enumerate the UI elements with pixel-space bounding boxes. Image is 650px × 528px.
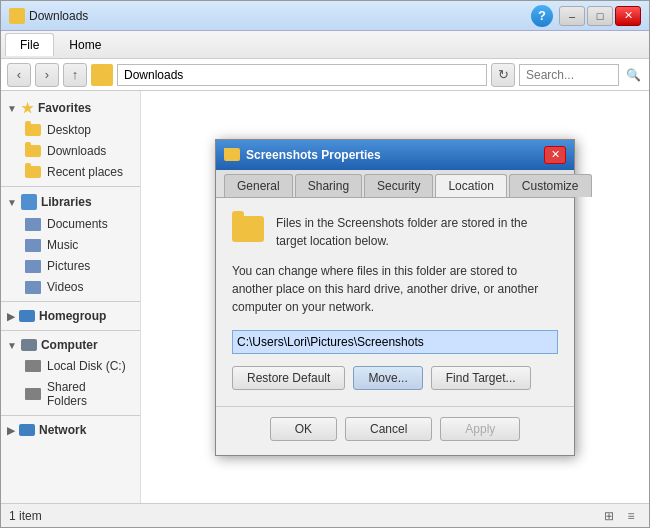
tab-customize[interactable]: Customize bbox=[509, 174, 592, 197]
sidebar-item-desktop[interactable]: Desktop bbox=[5, 120, 136, 140]
tab-sharing[interactable]: Sharing bbox=[295, 174, 362, 197]
list-view-button[interactable]: ≡ bbox=[621, 506, 641, 526]
explorer-window-icon bbox=[9, 8, 25, 24]
explorer-title-text: Downloads bbox=[29, 9, 88, 23]
dialog-header-row: Files in the Screenshots folder are stor… bbox=[232, 214, 558, 250]
network-section: ▶ Network bbox=[1, 420, 140, 440]
favorites-star-icon: ★ bbox=[21, 100, 34, 116]
cancel-button[interactable]: Cancel bbox=[345, 417, 432, 441]
sidebar-item-music[interactable]: Music bbox=[5, 235, 136, 255]
libraries-label: Libraries bbox=[41, 195, 92, 209]
sidebar-item-local-disk-label: Local Disk (C:) bbox=[47, 359, 126, 373]
sidebar-item-shared-folders-label: Shared Folders bbox=[47, 380, 128, 408]
sidebar: ▼ ★ Favorites Desktop Downloads Recent p… bbox=[1, 91, 141, 503]
ribbon-tab-file[interactable]: File bbox=[5, 33, 54, 56]
music-lib-icon bbox=[25, 239, 41, 252]
address-bar: ‹ › ↑ ↻ 🔍 bbox=[1, 59, 649, 91]
maximize-button[interactable]: □ bbox=[587, 6, 613, 26]
dialog-body: Files in the Screenshots folder are stor… bbox=[216, 198, 574, 406]
ribbon-tab-home[interactable]: Home bbox=[54, 33, 116, 56]
sidebar-item-desktop-label: Desktop bbox=[47, 123, 91, 137]
close-button[interactable]: ✕ bbox=[615, 6, 641, 26]
sidebar-item-local-disk[interactable]: Local Disk (C:) bbox=[5, 356, 136, 376]
main-content: ▼ ★ Favorites Desktop Downloads Recent p… bbox=[1, 91, 649, 503]
screenshots-properties-dialog: Screenshots Properties ✕ General Sharing… bbox=[215, 139, 575, 456]
status-bar: 1 item ⊞ ≡ bbox=[1, 503, 649, 527]
explorer-title-bar: Downloads ? – □ ✕ bbox=[1, 1, 649, 31]
homegroup-chevron: ▶ bbox=[7, 311, 15, 322]
sidebar-item-videos[interactable]: Videos bbox=[5, 277, 136, 297]
sidebar-item-recent[interactable]: Recent places bbox=[5, 162, 136, 182]
restore-default-button[interactable]: Restore Default bbox=[232, 366, 345, 390]
libraries-chevron: ▼ bbox=[7, 197, 17, 208]
computer-chevron: ▼ bbox=[7, 340, 17, 351]
sidebar-item-recent-label: Recent places bbox=[47, 165, 123, 179]
sidebar-item-pictures-label: Pictures bbox=[47, 259, 90, 273]
address-input[interactable] bbox=[117, 64, 487, 86]
libraries-icon bbox=[21, 194, 37, 210]
computer-section: ▼ Computer Local Disk (C:) Shared Folder… bbox=[1, 335, 140, 411]
minimize-button[interactable]: – bbox=[559, 6, 585, 26]
network-label: Network bbox=[39, 423, 86, 437]
network-icon bbox=[19, 424, 35, 436]
favorites-label: Favorites bbox=[38, 101, 91, 115]
sidebar-item-downloads[interactable]: Downloads bbox=[5, 141, 136, 161]
favorites-chevron: ▼ bbox=[7, 103, 17, 114]
network-chevron: ▶ bbox=[7, 425, 15, 436]
downloads-folder-icon bbox=[25, 145, 41, 157]
videos-lib-icon bbox=[25, 281, 41, 294]
pictures-lib-icon bbox=[25, 260, 41, 273]
favorites-header[interactable]: ▼ ★ Favorites bbox=[1, 97, 140, 119]
back-button[interactable]: ‹ bbox=[7, 63, 31, 87]
grid-view-button[interactable]: ⊞ bbox=[599, 506, 619, 526]
network-header[interactable]: ▶ Network bbox=[1, 420, 140, 440]
libraries-header[interactable]: ▼ Libraries bbox=[1, 191, 140, 213]
search-icon[interactable]: 🔍 bbox=[623, 65, 643, 85]
dialog-tabs: General Sharing Security Location Custom… bbox=[216, 170, 574, 198]
find-target-button[interactable]: Find Target... bbox=[431, 366, 531, 390]
dialog-desc: Files in the Screenshots folder are stor… bbox=[276, 214, 558, 250]
dialog-close-button[interactable]: ✕ bbox=[544, 146, 566, 164]
sidebar-item-music-label: Music bbox=[47, 238, 78, 252]
move-button[interactable]: Move... bbox=[353, 366, 422, 390]
up-button[interactable]: ↑ bbox=[63, 63, 87, 87]
libraries-section: ▼ Libraries Documents Music Pictures bbox=[1, 191, 140, 297]
sidebar-item-documents-label: Documents bbox=[47, 217, 108, 231]
favorites-section: ▼ ★ Favorites Desktop Downloads Recent p… bbox=[1, 97, 140, 182]
dialog-folder-icon bbox=[232, 216, 264, 242]
search-input[interactable] bbox=[519, 64, 619, 86]
help-button[interactable]: ? bbox=[531, 5, 553, 27]
desktop-folder-icon bbox=[25, 124, 41, 136]
tab-location[interactable]: Location bbox=[435, 174, 506, 197]
sidebar-item-documents[interactable]: Documents bbox=[5, 214, 136, 234]
forward-button[interactable]: › bbox=[35, 63, 59, 87]
explorer-window: Downloads ? – □ ✕ File Home ‹ › ↑ ↻ 🔍 bbox=[0, 0, 650, 528]
sidebar-item-shared-folders[interactable]: Shared Folders bbox=[5, 377, 136, 411]
explorer-body: Screenshots Properties ✕ General Sharing… bbox=[141, 91, 649, 503]
dialog-footer: OK Cancel Apply bbox=[216, 406, 574, 455]
computer-label: Computer bbox=[41, 338, 98, 352]
dialog-title-bar: Screenshots Properties ✕ bbox=[216, 140, 574, 170]
apply-button[interactable]: Apply bbox=[440, 417, 520, 441]
computer-icon bbox=[21, 339, 37, 351]
tab-security[interactable]: Security bbox=[364, 174, 433, 197]
sidebar-item-downloads-label: Downloads bbox=[47, 144, 106, 158]
dialog-path-input[interactable] bbox=[232, 330, 558, 354]
computer-header[interactable]: ▼ Computer bbox=[1, 335, 140, 355]
shared-folders-icon bbox=[25, 388, 41, 400]
homegroup-label: Homegroup bbox=[39, 309, 106, 323]
local-disk-icon bbox=[25, 360, 41, 372]
sidebar-item-videos-label: Videos bbox=[47, 280, 83, 294]
dialog-change-desc: You can change where files in this folde… bbox=[232, 262, 558, 316]
documents-lib-icon bbox=[25, 218, 41, 231]
refresh-button[interactable]: ↻ bbox=[491, 63, 515, 87]
view-toggle-buttons: ⊞ ≡ bbox=[599, 506, 641, 526]
sidebar-item-pictures[interactable]: Pictures bbox=[5, 256, 136, 276]
tab-general[interactable]: General bbox=[224, 174, 293, 197]
dialog-title-text: Screenshots Properties bbox=[246, 148, 381, 162]
homegroup-header[interactable]: ▶ Homegroup bbox=[1, 306, 140, 326]
ribbon: File Home bbox=[1, 31, 649, 59]
recent-folder-icon bbox=[25, 166, 41, 178]
ok-button[interactable]: OK bbox=[270, 417, 337, 441]
dialog-overlay: Screenshots Properties ✕ General Sharing… bbox=[141, 91, 649, 503]
